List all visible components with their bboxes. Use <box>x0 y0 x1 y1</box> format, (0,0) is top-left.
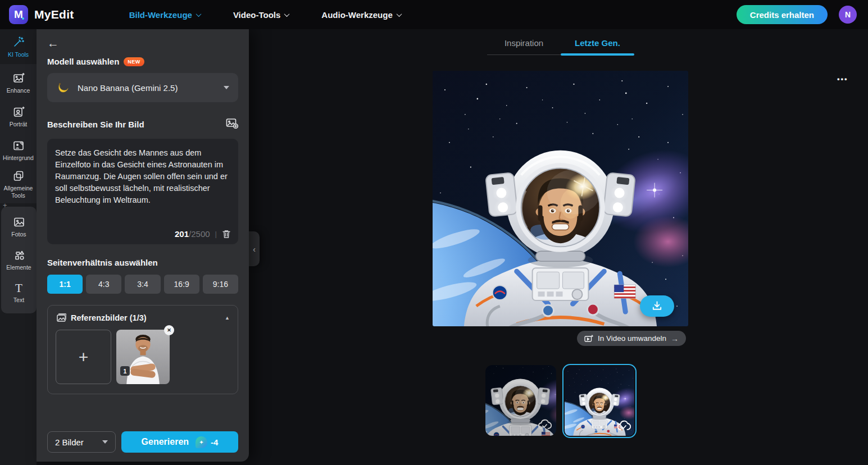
download-button[interactable] <box>640 295 674 317</box>
aspect-4-3[interactable]: 4:3 <box>86 275 121 294</box>
chevron-down-icon <box>396 11 402 17</box>
prompt-text: Setze das Gesicht des Mannes aus dem Ein… <box>55 147 230 206</box>
reference-images-section: Referenzbilder (1/3) ▲ + ✕ 1 <box>47 305 238 394</box>
reference-images-title: Referenzbilder (1/3) <box>71 313 147 322</box>
astronaut-artwork <box>433 71 688 326</box>
aspect-ratio-group: 1:1 4:3 3:4 16:9 9:16 <box>47 275 238 294</box>
collapse-panel-icon: ‹ <box>253 244 256 254</box>
chevron-down-icon <box>196 11 201 17</box>
model-select[interactable]: Nano Banana (Gemini 2.5) <box>47 73 238 102</box>
magic-wand-icon <box>12 36 25 48</box>
generated-image[interactable] <box>433 71 688 326</box>
char-max: /2500 <box>189 229 210 239</box>
top-navbar: M MyEdit Bild-Werkzeuge Video-Tools Audi… <box>0 0 868 29</box>
generate-button[interactable]: Generieren ✦ -4 <box>121 431 238 453</box>
prompt-input[interactable]: Setze das Gesicht des Mannes aus dem Ein… <box>47 139 238 244</box>
myedit-logo-icon[interactable]: M <box>9 5 28 24</box>
generate-cost: -4 <box>211 437 218 447</box>
model-section-title: Modell auswählen NEW <box>47 57 238 66</box>
rail-item-ki-tools[interactable]: KI Tools <box>0 35 37 59</box>
credit-coin-icon: ✦ <box>196 436 207 448</box>
back-button[interactable]: ← <box>47 37 61 49</box>
clear-prompt-button[interactable] <box>222 229 231 239</box>
chevron-down-icon <box>284 11 290 17</box>
generator-panel: ← Modell auswählen NEW Nano Banana (Gemi… <box>37 29 249 462</box>
result-tabs: Inspiration Letzte Gen. <box>487 34 634 55</box>
text-tool-icon: T <box>15 282 22 294</box>
remove-reference-button[interactable]: ✕ <box>164 325 174 335</box>
background-icon <box>12 139 25 152</box>
char-count: 201 <box>175 229 189 239</box>
reference-image-thumb[interactable]: ✕ 1 <box>116 330 170 384</box>
active-tab-indicator <box>561 53 634 56</box>
rail-group-edit: Enhance Porträt Hintergrund Allgemeine T… <box>0 64 37 203</box>
generation-thumbnail-1[interactable] <box>485 365 556 436</box>
image-add-icon <box>225 117 238 130</box>
generation-thumbnail-2-selected[interactable] <box>562 364 637 438</box>
aspect-3-4[interactable]: 3:4 <box>125 275 160 294</box>
brand-title[interactable]: MyEdit <box>34 8 74 21</box>
collapse-panel-handle[interactable]: ‹ <box>249 231 260 266</box>
prompt-section-title: Beschreiben Sie Ihr Bild <box>47 120 144 129</box>
aspect-section-title: Seitenverhältnis auswählen <box>47 258 238 267</box>
video-icon <box>584 335 593 343</box>
enhance-icon <box>12 72 25 84</box>
rail-item-elements[interactable]: Elemente <box>1 243 37 276</box>
rail-item-photos[interactable]: Fotos <box>1 210 37 243</box>
get-credits-button[interactable]: Credits erhalten <box>737 5 828 24</box>
tool-rail: KI Tools Enhance Porträt Hinterg <box>0 29 37 465</box>
aspect-16-9[interactable]: 16:9 <box>164 275 199 294</box>
tab-latest-generations[interactable]: Letzte Gen. <box>561 34 634 54</box>
model-value: Nano Banana (Gemini 2.5) <box>78 83 178 93</box>
menu-item-audio-tools[interactable]: Audio-Werkzeuge <box>321 10 401 20</box>
rail-group-assets: Fotos Elemente T Text <box>1 207 37 313</box>
overlapping-squares-icon <box>12 170 25 182</box>
aspect-9-16[interactable]: 9:16 <box>203 275 238 294</box>
trash-icon <box>222 229 231 239</box>
rail-item-enhance[interactable]: Enhance <box>0 66 37 100</box>
tab-inspiration[interactable]: Inspiration <box>487 34 561 54</box>
main-menu: Bild-Werkzeuge Video-Tools Audio-Werkzeu… <box>129 10 401 20</box>
arrow-right-icon: → <box>671 334 679 343</box>
menu-item-video-tools[interactable]: Video-Tools <box>233 10 289 20</box>
rail-item-text[interactable]: T Text <box>1 276 37 309</box>
user-avatar[interactable]: N <box>839 6 857 24</box>
banana-icon <box>56 81 70 94</box>
dropdown-caret-icon <box>102 440 108 444</box>
portrait-icon <box>12 106 25 118</box>
plus-icon: + <box>79 348 89 367</box>
photos-icon <box>13 216 25 228</box>
aspect-1-1[interactable]: 1:1 <box>47 275 83 294</box>
close-icon: ✕ <box>167 327 171 333</box>
cloud-synced-icon <box>616 419 631 432</box>
convert-to-video-button[interactable]: In Video umwandeln → <box>577 331 686 346</box>
dropdown-caret-icon <box>224 86 229 89</box>
rail-item-portrait[interactable]: Porträt <box>0 100 37 134</box>
rail-item-background[interactable]: Hintergrund <box>0 134 37 167</box>
reference-photo <box>116 330 170 384</box>
reference-order-badge: 1 <box>120 366 130 376</box>
image-to-prompt-button[interactable] <box>225 117 238 132</box>
collapse-section-icon[interactable]: ▲ <box>225 315 230 321</box>
add-reference-image-button[interactable]: + <box>56 330 111 384</box>
rail-item-general-tools[interactable]: Allgemeine Tools <box>0 167 37 201</box>
new-badge: NEW <box>124 57 144 66</box>
reference-images-icon <box>56 313 66 322</box>
shapes-icon <box>13 249 25 261</box>
image-count-select[interactable]: 2 Bilder <box>47 431 116 453</box>
more-options-button[interactable]: ••• <box>837 75 848 83</box>
cloud-synced-icon <box>537 418 552 431</box>
menu-item-image-tools[interactable]: Bild-Werkzeuge <box>129 10 201 20</box>
download-icon <box>651 300 663 312</box>
